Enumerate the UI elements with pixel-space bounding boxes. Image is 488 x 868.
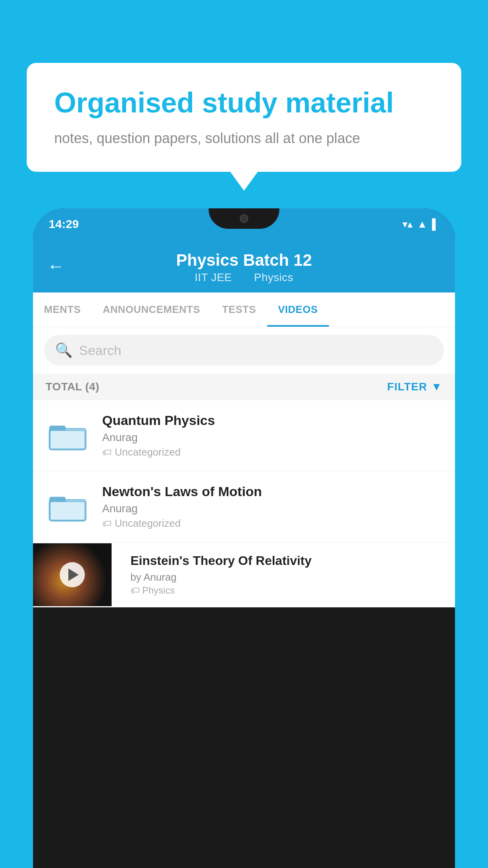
- svg-rect-5: [50, 502, 85, 520]
- search-placeholder: Search: [79, 343, 121, 358]
- video-list: Quantum Physics Anurag 🏷 Uncategorized: [33, 400, 455, 607]
- speech-bubble-title: Organised study material: [54, 86, 434, 119]
- status-time: 14:29: [49, 217, 79, 231]
- subtitle-iitjee: IIT JEE: [194, 271, 232, 283]
- video-tag: 🏷 Physics: [130, 585, 447, 596]
- status-bar: 14:29 ▾▴ ▲ ▌: [33, 208, 455, 240]
- app-title: Physics Batch 12: [176, 251, 312, 270]
- filter-row: TOTAL (4) FILTER ▼: [33, 373, 455, 400]
- video-author: Anurag: [102, 431, 444, 444]
- list-item[interactable]: Newton's Laws of Motion Anurag 🏷 Uncateg…: [33, 471, 455, 542]
- video-tag: 🏷 Uncategorized: [102, 446, 444, 458]
- video-author: Anurag: [102, 502, 444, 515]
- tab-videos[interactable]: VIDEOS: [267, 292, 329, 327]
- video-info: Quantum Physics Anurag 🏷 Uncategorized: [102, 413, 444, 458]
- subtitle-physics: Physics: [254, 271, 294, 283]
- battery-icon: ▌: [432, 218, 439, 230]
- video-tag: 🏷 Uncategorized: [102, 517, 444, 530]
- app-subtitle: IIT JEE Physics: [190, 271, 298, 284]
- search-bar[interactable]: 🔍 Search: [44, 335, 444, 366]
- video-thumbnail: [44, 418, 91, 453]
- video-title: Einstein's Theory Of Relativity: [130, 554, 447, 568]
- total-count: TOTAL (4): [46, 381, 99, 393]
- folder-icon: [48, 420, 87, 451]
- phone-frame: 14:29 ▾▴ ▲ ▌ ← Physics Batch 12 IIT JEE …: [33, 208, 455, 868]
- folder-icon: [48, 491, 87, 522]
- tag-icon: 🏷: [102, 518, 112, 529]
- notch: [209, 208, 279, 229]
- video-author: by Anurag: [130, 571, 447, 583]
- back-button[interactable]: ←: [47, 256, 64, 276]
- speech-bubble-subtitle: notes, question papers, solutions all at…: [54, 129, 434, 148]
- video-thumbnail-image: [33, 543, 112, 606]
- tab-announcements[interactable]: ANNOUNCEMENTS: [92, 292, 211, 327]
- tab-tests[interactable]: TESTS: [211, 292, 267, 327]
- tag-icon: 🏷: [102, 447, 112, 458]
- filter-label: FILTER: [387, 381, 427, 393]
- search-icon: 🔍: [55, 342, 73, 359]
- list-item[interactable]: Quantum Physics Anurag 🏷 Uncategorized: [33, 400, 455, 471]
- app-header: ← Physics Batch 12 IIT JEE Physics: [33, 240, 455, 292]
- wifi-icon: ▾▴: [402, 218, 413, 230]
- video-title: Quantum Physics: [102, 413, 444, 428]
- signal-icon: ▲: [417, 218, 427, 230]
- camera-dot: [240, 214, 248, 223]
- filter-icon: ▼: [431, 381, 442, 393]
- status-icons: ▾▴ ▲ ▌: [402, 218, 439, 230]
- video-title: Newton's Laws of Motion: [102, 484, 444, 499]
- tag-icon: 🏷: [130, 585, 140, 596]
- tabs-container: MENTS ANNOUNCEMENTS TESTS VIDEOS: [33, 292, 455, 327]
- play-button[interactable]: [60, 562, 85, 587]
- speech-bubble-container: Organised study material notes, question…: [27, 63, 461, 172]
- video-info: Newton's Laws of Motion Anurag 🏷 Uncateg…: [102, 484, 444, 530]
- video-thumbnail: [44, 489, 91, 524]
- tab-ments[interactable]: MENTS: [33, 292, 92, 327]
- search-container: 🔍 Search: [33, 327, 455, 373]
- list-item[interactable]: Einstein's Theory Of Relativity by Anura…: [33, 542, 455, 607]
- filter-button[interactable]: FILTER ▼: [387, 381, 442, 393]
- video-info: Einstein's Theory Of Relativity by Anura…: [123, 542, 455, 607]
- svg-rect-2: [50, 430, 85, 449]
- speech-bubble: Organised study material notes, question…: [27, 63, 461, 172]
